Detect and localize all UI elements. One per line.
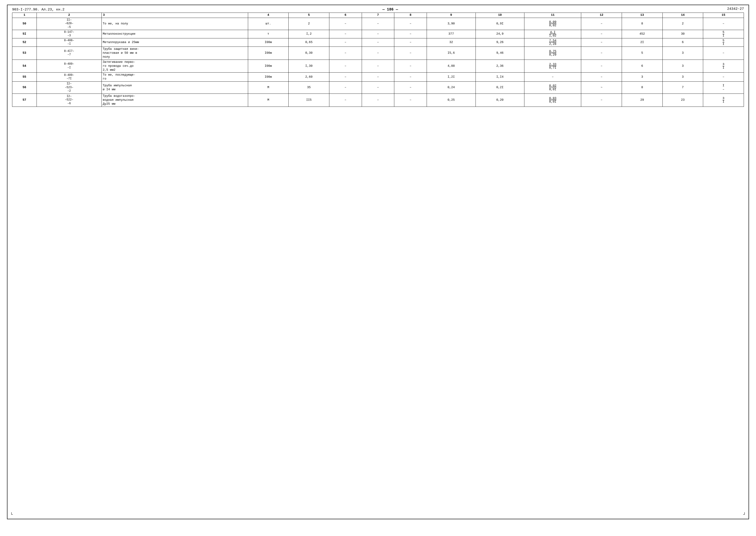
cell-code: 8–409– –I <box>37 59 101 73</box>
cell-qty: 0,30 <box>289 47 329 60</box>
cell-row-num: 57 <box>12 93 37 107</box>
col-header-4: 4 <box>248 13 289 18</box>
cell-description: Металлоконструкции <box>102 30 248 38</box>
cell-6: – <box>329 59 362 73</box>
cell-10: 24,9 <box>475 30 524 38</box>
cell-9: 0,25 <box>427 93 475 107</box>
col-header-2: 2 <box>37 13 101 18</box>
cell-qty: I,2 <box>289 30 329 38</box>
cell-8: – <box>394 18 427 30</box>
cell-6: – <box>329 93 362 107</box>
cell-11: 7,542,28 <box>524 38 581 47</box>
main-table: 1 2 3 4 5 6 7 8 9 10 11 12 13 14 15 50II… <box>12 13 744 107</box>
cell-11: 2,330,7I <box>524 59 581 73</box>
cell-row-num: 55 <box>12 73 37 82</box>
col-header-6: 6 <box>329 13 362 18</box>
cell-14: 3 <box>663 59 703 73</box>
cell-7: – <box>362 38 394 47</box>
cell-description: Труба водогазопро- водная импульсная Ду2… <box>102 93 248 107</box>
cell-13: 5 <box>622 47 663 60</box>
table-row: 5I8–147– –3МеталлоконструкциитI,2–––3772… <box>12 30 744 38</box>
cell-8: – <box>394 73 427 82</box>
cell-unit: I00м <box>248 59 289 73</box>
cell-10: I,I4 <box>475 73 524 82</box>
cell-10: 0,9I <box>475 18 524 30</box>
cell-qty: 2 <box>289 18 329 30</box>
col-header-5: 5 <box>289 13 329 18</box>
bottom-left-corner: └ <box>10 512 13 517</box>
cell-10: 9,26 <box>475 38 524 47</box>
col-header-15: 15 <box>703 13 744 18</box>
cell-8: – <box>394 30 427 38</box>
cell-qty: 35 <box>289 82 329 94</box>
cell-description: То же, на полу <box>102 18 248 30</box>
cell-row-num: 52 <box>12 38 37 47</box>
cell-11: 0,750,29 <box>524 47 581 60</box>
cell-14: 23 <box>663 93 703 107</box>
table-row: 56I2– –523– –2Труба импульсная ø I4 ммМ3… <box>12 82 744 94</box>
table-row: 50II– –620– –5То же, на полушт.2–––3,900… <box>12 18 744 30</box>
cell-12: – <box>581 59 622 73</box>
cell-qty: 0,65 <box>289 38 329 47</box>
cell-code: 8–4I7– –7 <box>37 47 101 60</box>
cell-8: – <box>394 82 427 94</box>
cell-13: 3 <box>622 73 663 82</box>
col-header-12: 12 <box>581 13 622 18</box>
cell-12: – <box>581 18 622 30</box>
cell-code: 8–409– –7I <box>37 73 101 82</box>
cell-7: – <box>362 47 394 60</box>
cell-15: – <box>703 47 744 60</box>
cell-11: – <box>524 73 581 82</box>
cell-description: Труба импульсная ø I4 мм <box>102 82 248 94</box>
cell-6: – <box>329 38 362 47</box>
page-number: — 186 — <box>64 8 716 12</box>
doc-number: 903-I-277.90. Ал.23, кн.2 <box>12 8 64 12</box>
cell-13: 2I <box>622 38 663 47</box>
cell-7: – <box>362 59 394 73</box>
cell-code: I2– –522– –6 <box>37 93 101 107</box>
cell-13: 8 <box>622 82 663 94</box>
col-header-13: 13 <box>622 13 663 18</box>
cell-9: 32 <box>427 38 475 47</box>
cell-row-num: 50 <box>12 18 37 30</box>
cell-9: 3,90 <box>427 18 475 30</box>
header-row: 903-I-277.90. Ал.23, кн.2 — 186 — <box>12 8 744 12</box>
cell-description: Металлорукава ø 25мм <box>102 38 248 47</box>
table-row: 538–4I7– –7Труба защитная вини- пластова… <box>12 47 744 60</box>
cell-qty: I,30 <box>289 59 329 73</box>
cell-15: 3I <box>703 93 744 107</box>
cell-6: – <box>329 82 362 94</box>
cell-6: – <box>329 18 362 30</box>
cell-15: 5I <box>703 30 744 38</box>
cell-9: 0,24 <box>427 82 475 94</box>
cell-row-num: 56 <box>12 82 37 94</box>
table-row: 57I2– –522– –6Труба водогазопро- водная … <box>12 93 744 107</box>
table-row: 528–408– –IМеталлорукава ø 25ммI00м0,65–… <box>12 38 744 47</box>
col-header-14: 14 <box>663 13 703 18</box>
cell-unit: I00м <box>248 73 289 82</box>
cell-6: – <box>329 47 362 60</box>
cell-10: 9,46 <box>475 47 524 60</box>
cell-row-num: 53 <box>12 47 37 60</box>
cell-unit: т <box>248 30 289 38</box>
cell-12: – <box>581 47 622 60</box>
cell-qty: 2,60 <box>289 73 329 82</box>
cell-12: ~ <box>581 82 622 94</box>
cell-10: 2,36 <box>475 59 524 73</box>
cell-code: 8–147– –3 <box>37 30 101 38</box>
col-header-9: 9 <box>427 13 475 18</box>
cell-unit: шт. <box>248 18 289 30</box>
col-header-10: 10 <box>475 13 524 18</box>
page-wrapper: 24342-27 903-I-277.90. Ал.23, кн.2 — 186… <box>7 5 749 519</box>
cell-12: – <box>581 30 622 38</box>
cell-12: – <box>581 93 622 107</box>
cell-6: – <box>329 30 362 38</box>
cell-qty: II5 <box>289 93 329 107</box>
cell-15: 3I <box>703 59 744 73</box>
col-header-1: 1 <box>12 13 37 18</box>
cell-unit: I00м <box>248 38 289 47</box>
table-row: 558–409– –7IТо же, последующе- гоI00м2,6… <box>12 73 744 82</box>
cell-8: – <box>394 38 427 47</box>
cell-9: I,2I <box>427 73 475 82</box>
cell-11: 4,II,02 <box>524 30 581 38</box>
